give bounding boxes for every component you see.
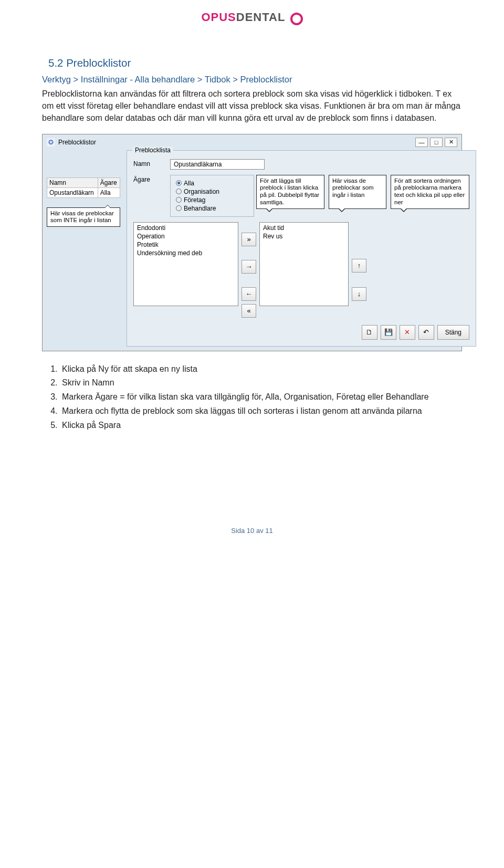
callout-add-to-list: För att lägga till preblock i listan kli…	[256, 175, 324, 209]
app-icon: ✪	[47, 138, 55, 147]
name-label: Namn	[133, 159, 165, 168]
page-footer: Sida 10 av 11	[42, 527, 462, 535]
maximize-button[interactable]: □	[430, 138, 443, 147]
move-right-button[interactable]: →	[242, 260, 256, 274]
col-header-owner[interactable]: Ägare	[98, 177, 120, 187]
move-left-button[interactable]: ←	[242, 287, 256, 301]
instruction-item: Markera och flytta de preblock som ska l…	[60, 405, 462, 418]
logo-part-opus: OPUS	[201, 11, 236, 24]
delete-button[interactable]: ✕	[400, 325, 415, 340]
file-icon: 🗋	[366, 328, 373, 336]
delete-icon: ✕	[404, 328, 410, 336]
callout-not-included: Här visas de preblockar som INTE ingår i…	[47, 207, 120, 227]
radio-icon	[176, 189, 182, 194]
new-button[interactable]: 🗋	[362, 325, 377, 340]
instruction-item: Markera Ägare = för vilka listan ska var…	[60, 391, 462, 404]
callout-included: Här visas de preblockar som ingår i list…	[329, 175, 386, 209]
instruction-item: Klicka på Ny för att skapa en ny lista	[60, 363, 462, 376]
owner-option-organisation[interactable]: Organisation	[176, 188, 248, 195]
radio-icon	[176, 197, 182, 203]
list-item[interactable]: Protetik	[136, 240, 236, 249]
breadcrumb: Verktyg > Inställningar - Alla behandlar…	[42, 75, 462, 85]
col-header-name[interactable]: Namn	[47, 177, 98, 187]
radio-icon	[176, 205, 182, 211]
owner-label: Ägare	[133, 175, 165, 183]
undo-button[interactable]: ↶	[418, 325, 434, 340]
owner-radio-group: Alla Organisation Företag Behandlare	[170, 175, 254, 217]
instruction-list: Klicka på Ny för att skapa en ny lista S…	[60, 363, 462, 432]
save-button[interactable]: 💾	[381, 325, 396, 340]
instruction-item: Skriv in Namn	[60, 377, 462, 390]
selected-preblocks-list[interactable]: Akut tid Rev us	[259, 222, 349, 306]
window-title: Preblocklistor	[58, 139, 96, 146]
logo-circle-icon	[290, 13, 303, 25]
callout-sort: För att sortera ordningen på preblockarn…	[391, 175, 469, 209]
table-row[interactable]: Opustandläkarn Alla	[47, 187, 120, 197]
close-dialog-button[interactable]: Stäng	[437, 325, 469, 340]
intro-paragraph: Preblocklistorna kan användas för att fi…	[42, 88, 462, 124]
owner-option-foretag[interactable]: Företag	[176, 196, 248, 204]
instruction-item: Klicka på Spara	[60, 419, 462, 432]
brand-logo: OPUSDENTAL	[42, 11, 462, 25]
list-item[interactable]: Endodonti	[136, 224, 236, 232]
app-window: ✪ Preblocklistor ― □ ✕ Namn Ägare Opusta…	[42, 134, 462, 351]
move-all-right-button[interactable]: »	[242, 233, 256, 246]
radio-icon	[176, 180, 182, 186]
close-button[interactable]: ✕	[445, 138, 457, 147]
group-title: Preblocklista	[132, 147, 173, 154]
list-item[interactable]: Rev us	[262, 232, 346, 240]
owner-option-behandlare[interactable]: Behandlare	[176, 205, 248, 212]
move-all-left-button[interactable]: «	[242, 304, 256, 318]
move-up-button[interactable]: ↑	[352, 259, 366, 273]
list-item[interactable]: Operation	[136, 232, 236, 240]
minimize-button[interactable]: ―	[415, 138, 428, 147]
section-heading: 5.2 Preblocklistor	[48, 57, 462, 69]
move-down-button[interactable]: ↓	[352, 287, 366, 301]
title-bar: ✪ Preblocklistor ― □ ✕	[43, 134, 461, 150]
list-item[interactable]: Akut tid	[262, 224, 346, 232]
available-preblocks-list[interactable]: Endodonti Operation Protetik Undersöknin…	[133, 222, 238, 306]
list-item[interactable]: Undersökning med deb	[136, 249, 236, 257]
undo-icon: ↶	[423, 328, 429, 336]
logo-part-dental: DENTAL	[236, 11, 286, 24]
name-input[interactable]	[170, 159, 265, 170]
preblock-lists-table[interactable]: Namn Ägare Opustandläkarn Alla	[47, 177, 120, 198]
save-icon: 💾	[384, 328, 393, 336]
owner-option-alla[interactable]: Alla	[176, 180, 248, 187]
